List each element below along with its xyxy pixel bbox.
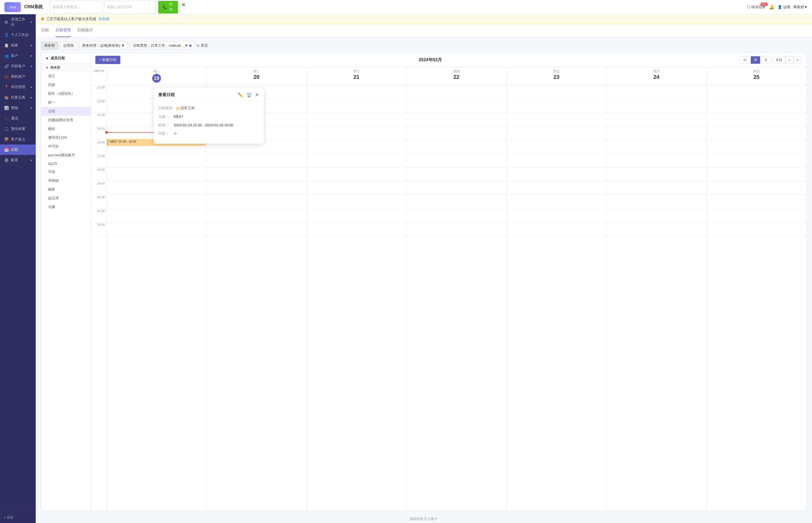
time-20: 20:00 [91,195,106,209]
filter-dept2[interactable]: 运营部 [60,42,77,50]
main-layout: ⊞ 管理工作台 ▾ 👤 个人工作台 📋 线索 ▾ 👥 客户 ▾ 🔗 关联客户 ▾… [0,14,812,523]
tab-schedule-management[interactable]: 日程管理 [55,24,71,37]
sidebar-item-settings[interactable]: ⚙️ 配置 ▾ [0,155,36,165]
sidebar-item-visits[interactable]: 📍 拜访管理 ▾ [0,82,36,92]
member-item-yanghuan[interactable]: 杨欢 [41,124,91,133]
popup-content-value: -/- [174,131,177,137]
scale-icon: ⚖️ [4,127,9,131]
member-item-panlingling[interactable]: 潘玲玲1234 [41,133,91,142]
person-icon: 👤 [4,33,9,37]
reset-button[interactable]: ↻ 重置 [197,43,208,48]
sidebar-item-personal-workbench[interactable]: 👤 个人工作台 [0,30,36,40]
task-button[interactable]: ☐ 待办任务 99+ [747,5,765,10]
notice-bar: 三百万级及以上客户盘点未完成 去完成 [36,14,812,24]
link-icon: 🔗 [4,64,9,68]
member-item-liuminjuan[interactable]: 刘敏娟测试专用 [41,116,91,124]
member-item-haoyi[interactable]: 郝一 [41,98,91,107]
content-area: 三百万级及以上客户盘点未完成 去完成 日程 日程管理 日程统计 商务部 运营部 … [36,14,812,523]
phone-input[interactable] [104,1,156,14]
sidebar-item-volume-estimate[interactable]: ⚖️ 预估体量 [0,124,36,134]
member-item-yunwei[interactable]: 运维 [41,107,91,116]
day-col-2 [306,85,406,510]
notification-bell[interactable]: 🔔 [769,4,774,10]
sidebar-item-weekly-report[interactable]: 📊 周报 ▾ [0,103,36,113]
filter-manager[interactable]: 商务经理：运维(商务部) ▼ [79,42,128,50]
member-item-zhaoyuping[interactable]: 赵玉萍 [41,194,91,203]
sidebar-item-schedule[interactable]: 📅 日程 [0,144,36,155]
new-event-button[interactable]: + 新建日程 [95,56,120,64]
member-item-liufang[interactable]: 刘放 [41,80,91,89]
member-item-yanghui[interactable]: 杨晖 [41,185,91,194]
member-item-xukexin[interactable]: 许可欣 [41,142,91,151]
prev-button[interactable]: ＜ [786,56,794,64]
sidebar-item-customers[interactable]: 👥 客户 ▾ [0,51,36,61]
briefcase-icon: 💼 [4,74,9,79]
today-button[interactable]: 今日 [773,56,786,64]
leads-icon: 📋 [4,43,9,48]
book-icon: 📚 [4,95,9,100]
chevron-icon: ▾ [31,44,32,47]
next-button[interactable]: ＞ [794,56,802,64]
calendar-title: 2024年02月 [120,57,740,63]
group-arrow-icon: ▼ [45,66,49,70]
logo: CLU [4,2,21,12]
notice-link[interactable]: 去完成 [98,17,109,21]
avatar: 👤 [778,5,782,9]
view-week-button[interactable]: 周 [751,56,760,64]
day-col-mon: 周一 19 [106,67,206,85]
view-month-button[interactable]: 月 [761,56,771,64]
member-item-huayejuan[interactable]: 华烨娟 [41,176,91,185]
call-button[interactable]: 📞 呼叫 [158,1,178,14]
end-call-icon[interactable]: ⊠ [180,1,187,8]
sidebar-item-customer-inventory[interactable]: 📦 客户盘点 [0,134,36,144]
sidebar-item-tutorials[interactable]: 📚 托客宝典 ▾ [0,92,36,103]
collapse-icon: « [4,516,6,519]
phone-icon: 📞 [163,5,167,9]
notice-dot [41,18,44,20]
member-item-lq123[interactable]: lq123 [41,160,91,167]
sidebar: ⊞ 管理工作台 ▾ 👤 个人工作台 📋 线索 ▾ 👥 客户 ▾ 🔗 关联客户 ▾… [0,14,36,523]
delete-button[interactable]: 🗑️ [246,92,252,98]
event-popup: 查看日程 ✏️ 🗑️ ✕ 日程类型： 日常工作 主题： 6热57 时间： 202… [154,88,264,144]
view-toggle: 日 周 月 [740,56,771,64]
member-item-yuntest[interactable]: yun.test测试账号 [41,151,91,160]
member-item-dept-head[interactable]: 部长（1组组长） [41,89,91,98]
chevron-icon: ▾ [31,86,32,89]
popup-header: 查看日程 ✏️ 🗑️ ✕ [154,88,264,101]
gmt-label: GMT+8 [91,67,106,85]
search-area: 📞 呼叫 ⊠ [50,1,187,14]
type-dot [176,106,180,111]
member-item-mateng[interactable]: 马腾 [41,203,91,212]
chevron-icon: ▾ [31,54,32,57]
sidebar-item-related-customers[interactable]: 🔗 关联客户 ▾ [0,61,36,71]
view-day-button[interactable]: 日 [740,56,750,64]
member-item-zhanlan[interactable]: 张兰 [41,72,91,80]
close-button[interactable]: ✕ [255,92,259,98]
edit-button[interactable]: ✏️ [237,92,243,98]
current-time-dot [105,131,108,134]
box-icon: 📦 [4,137,9,142]
time-22: 22:00 [91,222,106,236]
member-item-ziwei[interactable]: 字伟 [41,167,91,176]
sidebar-item-calls[interactable]: 📞 通话 [0,113,36,124]
sidebar-item-bizopportunity[interactable]: 💼 商机商户 [0,71,36,82]
task-badge: 99+ [760,2,768,6]
filter-dept1[interactable]: 商务部 [41,42,58,50]
day-col-3 [406,85,506,510]
search-input[interactable] [50,1,102,14]
tab-schedule[interactable]: 日程 [41,24,49,37]
sidebar-item-leads[interactable]: 📋 线索 ▾ [0,40,36,51]
day-col-5 [606,85,706,510]
filter-type[interactable]: 日程类型：日常工作、coldcall... ▼ [130,42,195,50]
popup-subject-value: 6热57 [174,114,183,120]
sidebar-item-admin-workbench[interactable]: ⊞ 管理工作台 ▾ [0,14,36,30]
grid-icon: ⊞ [4,20,9,24]
tab-schedule-stats[interactable]: 日程统计 [77,24,93,37]
member-list: ▼ 成员日程 ▼ 商务部 张兰 刘放 部长（1组组长） 郝一 运维 刘敏娟测试专… [41,53,91,510]
app-title: CRM系统 [24,4,43,10]
sidebar-collapse[interactable]: « 收起 [0,511,36,523]
time-16: 16:00 [91,140,106,154]
time-17: 17:00 [91,154,106,167]
reset-icon: ↻ [197,44,200,48]
day-col-sun: 周日 25 [706,67,806,85]
